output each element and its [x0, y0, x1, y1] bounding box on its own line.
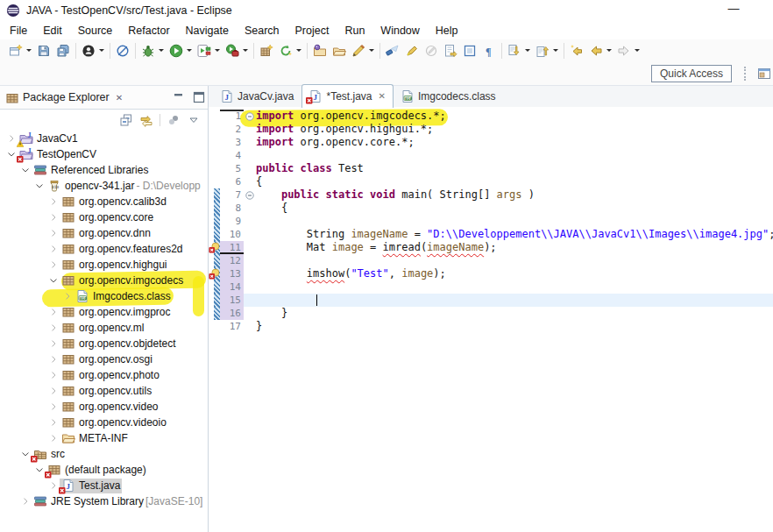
tab-close-icon[interactable]: ✕ [379, 91, 386, 101]
code-text[interactable] [256, 294, 773, 307]
code-text[interactable]: } [256, 320, 773, 333]
quick-access-button[interactable]: Quick Access [651, 65, 732, 82]
fold-collapse-icon[interactable] [244, 110, 256, 123]
tree-item[interactable]: org.opencv.calib3d [0, 194, 208, 209]
menu-run[interactable]: Run [337, 23, 372, 39]
menu-help[interactable]: Help [428, 23, 466, 39]
dropdown-caret-icon[interactable] [553, 49, 558, 54]
coverage-button[interactable] [195, 43, 223, 59]
code-text[interactable]: public class Test [256, 162, 773, 175]
link-with-editor-icon[interactable] [139, 113, 153, 127]
chevron-down-icon[interactable] [47, 274, 60, 287]
chevron-right-icon[interactable] [47, 227, 60, 239]
java-perspective-icon[interactable] [757, 67, 771, 81]
chevron-right-icon[interactable] [47, 385, 60, 397]
new-wizard-button[interactable] [6, 43, 34, 59]
dropdown-caret-icon[interactable] [99, 49, 104, 54]
tree-item[interactable]: org.opencv.imgcodecs [0, 273, 208, 288]
menu-edit[interactable]: Edit [35, 23, 70, 39]
chevron-right-icon[interactable] [47, 337, 60, 350]
tree-item[interactable]: org.opencv.highgui [0, 257, 208, 273]
chevron-right-icon[interactable] [47, 195, 60, 208]
code-text[interactable]: public static void main( String[] args ) [256, 188, 773, 202]
skip-breakpoints-button[interactable] [113, 43, 132, 59]
show-whitespace-button[interactable]: ¶ [479, 43, 499, 59]
chevron-right-icon[interactable] [47, 416, 60, 429]
tree-item[interactable]: org.opencv.videoio [0, 415, 208, 430]
chevron-right-icon[interactable] [5, 132, 18, 145]
tree-item[interactable]: org.opencv.photo [0, 367, 208, 383]
chevron-right-icon[interactable] [47, 306, 60, 318]
chevron-right-icon[interactable] [47, 353, 60, 365]
collapse-all-icon[interactable] [119, 113, 133, 127]
tree-item[interactable]: org.opencv.ml [0, 320, 208, 336]
tree-item[interactable]: src [0, 446, 208, 462]
dropdown-caret-icon[interactable] [187, 49, 192, 54]
code-editor[interactable]: 1import org.opencv.imgcodecs.*;2import o… [209, 107, 773, 532]
previous-annotation-button[interactable] [533, 43, 561, 59]
editor-tab-imgcodecs-class[interactable]: 010Imgcodecs.class [394, 86, 503, 107]
chevron-right-icon[interactable] [47, 322, 60, 334]
dropdown-caret-icon[interactable] [243, 49, 248, 54]
tree-item[interactable]: JRE System Library [JavaSE-10] [0, 493, 208, 509]
chevron-down-icon[interactable] [33, 464, 46, 476]
chevron-right-icon[interactable] [47, 369, 60, 381]
search-flashlight-button[interactable] [383, 43, 402, 59]
code-text[interactable]: { [256, 175, 773, 188]
block-selection-button[interactable] [460, 43, 479, 59]
view-maximize-icon[interactable] [192, 90, 204, 103]
tree-item[interactable]: org.opencv.utils [0, 383, 208, 399]
code-text[interactable]: String imageName = "D:\\Developpement\\J… [256, 228, 773, 241]
chevron-down-icon[interactable] [5, 148, 18, 160]
code-text[interactable] [256, 254, 773, 267]
next-annotation-button[interactable] [505, 43, 533, 59]
menu-file[interactable]: File [2, 23, 35, 39]
new-java-project-button[interactable] [257, 43, 276, 59]
menu-search[interactable]: Search [237, 23, 287, 39]
dropdown-caret-icon[interactable] [635, 49, 640, 54]
view-title[interactable]: Package Explorer [23, 91, 110, 103]
chevron-right-icon[interactable] [47, 479, 60, 492]
user-account-button[interactable] [79, 43, 107, 59]
open-folder-button[interactable] [330, 43, 349, 59]
menu-refactor[interactable]: Refactor [120, 23, 177, 39]
debug-button[interactable] [138, 43, 167, 59]
window-minimize-button[interactable]: — [720, 0, 747, 19]
chevron-down-icon[interactable] [19, 448, 32, 460]
highlighter-button[interactable] [402, 43, 422, 59]
error-marker-icon[interactable] [209, 242, 220, 253]
editor-tab--test-java[interactable]: J*Test.java✕ [301, 84, 393, 108]
tree-item[interactable]: org.opencv.features2d [0, 241, 208, 257]
menu-source[interactable]: Source [70, 23, 121, 39]
dropdown-caret-icon[interactable] [26, 49, 32, 54]
editor-tab-javacv-java[interactable]: JJavaCv.java [214, 86, 301, 107]
tree-item[interactable]: org.opencv.objdetect [0, 336, 208, 351]
chevron-right-icon[interactable] [61, 290, 74, 302]
last-edit-location-button[interactable] [567, 43, 586, 59]
dropdown-caret-icon[interactable] [215, 49, 220, 54]
error-marker-icon[interactable] [209, 268, 220, 280]
dropdown-caret-icon[interactable] [296, 49, 301, 54]
view-close-icon[interactable]: ✕ [116, 93, 123, 103]
code-text[interactable]: Mat image = imread(imageName); [256, 241, 773, 254]
tree-item[interactable]: org.opencv.imgproc [0, 304, 208, 320]
code-text[interactable] [256, 215, 773, 228]
back-button[interactable] [586, 43, 614, 59]
update-refresh-button[interactable] [276, 43, 304, 59]
chevron-right-icon[interactable] [47, 243, 60, 255]
chevron-right-icon[interactable] [19, 495, 32, 507]
open-task-button[interactable] [310, 43, 330, 59]
chevron-right-icon[interactable] [47, 401, 60, 413]
menu-navigate[interactable]: Navigate [178, 23, 237, 39]
chevron-right-icon[interactable] [47, 432, 60, 444]
save-all-button[interactable] [53, 43, 73, 59]
view-menu-icon[interactable] [187, 113, 201, 127]
code-text[interactable]: import org.opencv.core.*; [256, 136, 773, 149]
run-button[interactable] [167, 43, 195, 59]
code-text[interactable]: import org.opencv.highgui.*; [256, 123, 773, 136]
code-text[interactable] [256, 149, 773, 162]
menu-project[interactable]: Project [287, 23, 337, 39]
chevron-right-icon[interactable] [47, 259, 60, 271]
code-text[interactable]: imshow("Test", image); [256, 267, 773, 280]
tree-item[interactable]: JTest.java [0, 478, 208, 493]
